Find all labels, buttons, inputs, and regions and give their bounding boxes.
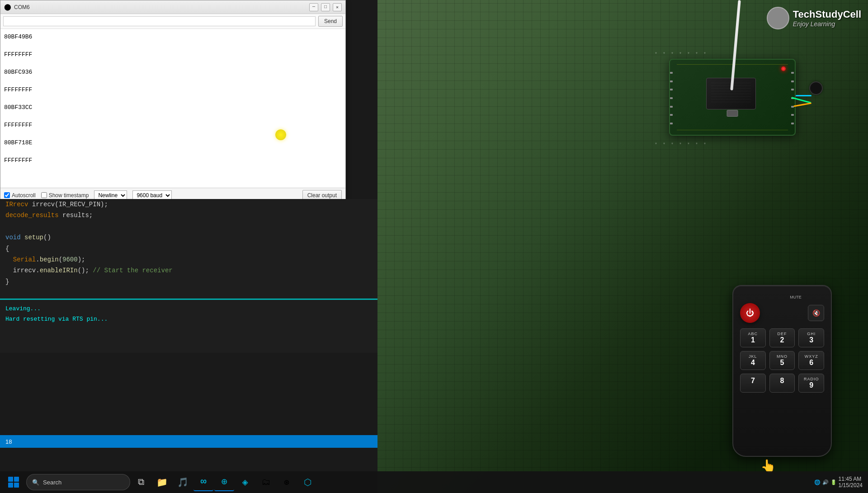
pin — [791, 123, 794, 124]
key-1[interactable]: ABC 1 — [740, 328, 766, 347]
timestamp-label: Show timestamp — [41, 192, 89, 199]
media-icon: 🎵 — [177, 477, 189, 488]
key-5[interactable]: MNO 5 — [769, 351, 795, 370]
wire-blue — [796, 95, 811, 96]
led-red — [781, 66, 786, 71]
taskbar: 🔍 Search ⧉ 📁 🎵 ∞ ⊕ ◈ 🗂 ⊛ ⬡ 🌐 🔊 🔋 11:45 A… — [0, 471, 868, 493]
output-line-5: 80BF33CC — [4, 103, 342, 112]
key-5-digit: 5 — [780, 359, 784, 367]
key-7-digit: 7 — [751, 377, 755, 385]
key-3-label: GHI — [807, 332, 816, 336]
maximize-button[interactable]: □ — [321, 3, 330, 11]
remote-top-section: MUTE ⏻ 🔇 — [740, 295, 824, 323]
output-line-7: 80BF718E — [4, 138, 342, 147]
output-line-1: 80BF49B6 — [4, 33, 342, 42]
arduino-icon-3: ◈ — [242, 476, 248, 488]
pin — [670, 81, 673, 82]
key-2[interactable]: DEF 2 — [769, 328, 795, 347]
logo-q4 — [14, 483, 19, 488]
key-1-label: ABC — [748, 332, 758, 336]
watermark-avatar — [767, 7, 789, 29]
cursor-dot — [275, 129, 286, 140]
code-line-6: Serial . begin ( 9600 ); — [0, 254, 377, 265]
numpad: ABC 1 DEF 2 GHI 3 JKL 4 MNO 5 WXYZ 6 — [740, 328, 824, 393]
media-player-button[interactable]: 🎵 — [173, 473, 193, 491]
code-line-5: { — [0, 243, 377, 254]
watermark: TechStudyCell Enjoy Learning — [767, 7, 861, 29]
console-area: Leaving... Hard resetting via RTS pin... — [0, 299, 377, 353]
battery-icon: 🔋 — [830, 479, 837, 485]
file-explorer-icon: 📁 — [156, 477, 168, 488]
arduino-ide-button-3[interactable]: ◈ — [235, 473, 255, 491]
output-line-4: FFFFFFFF — [4, 85, 342, 95]
pin — [670, 89, 673, 90]
close-button[interactable]: ✕ — [333, 3, 342, 11]
chrome-icon: ⊛ — [284, 477, 289, 488]
key-6-digit: 6 — [809, 359, 813, 367]
wire-orange — [793, 103, 811, 107]
key-9-digit: 9 — [809, 381, 813, 389]
chrome-button[interactable]: ⊛ — [277, 473, 297, 491]
extra-app-button[interactable]: ⬡ — [297, 473, 317, 491]
mute-button[interactable]: 🔇 — [808, 305, 824, 321]
console-line-1: Leaving... — [5, 303, 372, 314]
serial-output: 80BF49B6 FFFFFFFF 80BFC936 FFFFFFFF 80BF… — [0, 29, 345, 188]
key-3[interactable]: GHI 3 — [798, 328, 824, 347]
code-line-7: irrecv. enableIRIn (); // Start the rece… — [0, 265, 377, 276]
key-7[interactable]: 7 — [740, 374, 766, 393]
arduino-icon-2: ⊕ — [221, 476, 227, 488]
timestamp-checkbox[interactable] — [41, 192, 47, 198]
watermark-subtitle: Enjoy Learning — [793, 20, 861, 28]
minimize-button[interactable]: ─ — [309, 3, 318, 11]
arduino-ide-button-1[interactable]: ∞ — [193, 473, 213, 491]
pin — [670, 106, 673, 108]
photo-background: TechStudyCell Enjoy Learning * * * * * *… — [377, 0, 868, 493]
output-line-2: FFFFFFFF — [4, 50, 342, 59]
windows-logo — [8, 477, 19, 488]
system-tray: 🌐 🔊 🔋 11:45 AM1/15/2024 — [814, 476, 866, 488]
pin — [670, 97, 673, 99]
file-manager-icon: 🗂 — [261, 477, 270, 488]
code-line-1: IRrecv irrecv( IR_RECV_PIN ); — [0, 199, 377, 210]
autoscroll-text: Autoscroll — [12, 192, 36, 199]
key-4-label: JKL — [749, 354, 757, 359]
logo-q1 — [8, 477, 13, 482]
com-titlebar: ⬤ COM6 ─ □ ✕ — [0, 0, 345, 14]
pin — [791, 114, 794, 116]
search-label: Search — [43, 479, 61, 486]
key-9[interactable]: RADIO 9 — [798, 374, 824, 393]
line-number: 18 — [5, 438, 12, 445]
pin — [791, 81, 794, 82]
output-line-6: FFFFFFFF — [4, 121, 342, 130]
key-8-digit: 8 — [780, 377, 784, 385]
file-manager-button[interactable]: 🗂 — [256, 473, 276, 491]
extra-app-icon: ⬡ — [304, 477, 311, 488]
key-1-digit: 1 — [751, 336, 755, 344]
logo-q3 — [8, 483, 13, 488]
watermark-title: TechStudyCell — [793, 9, 861, 20]
start-button[interactable] — [2, 473, 25, 491]
mute-icon: 🔇 — [812, 309, 820, 317]
arduino-ide-button-2[interactable]: ⊕ — [214, 473, 234, 491]
key-4-digit: 4 — [751, 359, 755, 367]
power-button[interactable]: ⏻ — [740, 303, 760, 323]
file-explorer-button[interactable]: 📁 — [152, 473, 172, 491]
volume-icon: 🔊 — [822, 479, 829, 485]
search-icon: 🔍 — [32, 479, 39, 486]
pin-row-left — [670, 69, 674, 128]
com-window: ⬤ COM6 ─ □ ✕ Send 80BF49B6 FFFFFFFF 80BF… — [0, 0, 346, 201]
send-button[interactable]: Send — [318, 16, 343, 27]
code-line-8: } — [0, 276, 377, 287]
pin — [670, 123, 673, 124]
key-6[interactable]: WXYZ 6 — [798, 351, 824, 370]
autoscroll-checkbox[interactable] — [4, 192, 10, 198]
task-view-button[interactable]: ⧉ — [131, 473, 151, 491]
key-4[interactable]: JKL 4 — [740, 351, 766, 370]
input-row: Send — [0, 14, 345, 29]
serial-input[interactable] — [3, 16, 316, 26]
key-8[interactable]: 8 — [769, 374, 795, 393]
search-box[interactable]: 🔍 Search — [26, 474, 130, 490]
console-text: Leaving... Hard resetting via RTS pin... — [0, 300, 377, 328]
code-line-2: decode_results results; — [0, 210, 377, 221]
mute-label: MUTE — [790, 295, 802, 299]
